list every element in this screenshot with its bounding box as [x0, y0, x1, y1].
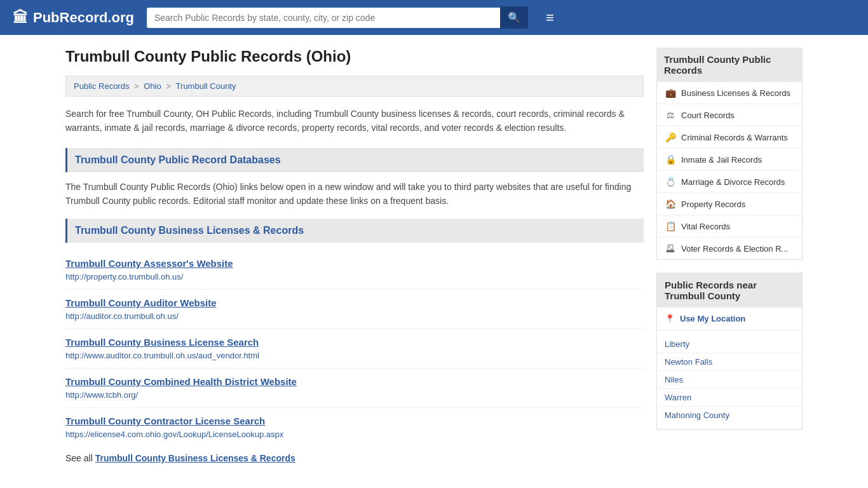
nav-label-1: Court Records	[681, 111, 735, 120]
record-entry: Trumbull County Business License Search …	[65, 329, 644, 369]
nav-icon-4: 💍	[665, 177, 676, 187]
logo-icon: 🏛	[13, 9, 28, 27]
nearby-location-1[interactable]: Newton Falls	[657, 353, 802, 371]
page-title: Trumbull County Public Records (Ohio)	[65, 48, 644, 65]
main-container: Trumbull County Public Records (Ohio) Pu…	[53, 35, 815, 476]
sidebar-item-5[interactable]: 🏠Property Records	[657, 193, 802, 215]
menu-button[interactable]: ≡	[546, 10, 554, 26]
sidebar-nearby-title: Public Records near Trumbull County	[657, 273, 802, 308]
nav-label-4: Marriage & Divorce Records	[681, 177, 785, 187]
sidebar-nav: 💼Business Licenses & Records⚖Court Recor…	[656, 82, 803, 260]
record-entry: Trumbull County Assessor's Website http:…	[65, 250, 644, 290]
nav-label-0: Business Licenses & Records	[681, 88, 790, 98]
nav-icon-6: 📋	[665, 221, 676, 231]
content-area: Trumbull County Public Records (Ohio) Pu…	[65, 48, 644, 463]
record-title[interactable]: Trumbull County Assessor's Website	[65, 258, 644, 269]
record-title[interactable]: Trumbull County Combined Health District…	[65, 376, 644, 387]
nearby-location-2[interactable]: Niles	[657, 371, 802, 389]
nav-icon-1: ⚖	[665, 110, 676, 120]
nearby-location-0[interactable]: Liberty	[657, 336, 802, 353]
databases-description: The Trumbull County Public Records (Ohio…	[65, 180, 644, 208]
sidebar-item-0[interactable]: 💼Business Licenses & Records	[657, 82, 802, 104]
sidebar-item-3[interactable]: 🔒Inmate & Jail Records	[657, 149, 802, 171]
record-entry: Trumbull County Combined Health District…	[65, 369, 644, 408]
search-button[interactable]: 🔍	[500, 6, 528, 29]
search-bar: 🔍	[147, 6, 528, 29]
databases-section-header: Trumbull County Public Record Databases	[65, 148, 644, 172]
sidebar-item-7[interactable]: 🗳Voter Records & Election R...	[657, 238, 802, 259]
record-title[interactable]: Trumbull County Contractor License Searc…	[65, 416, 644, 426]
breadcrumb-sep-2: >	[166, 81, 173, 91]
sidebar-item-6[interactable]: 📋Vital Records	[657, 215, 802, 238]
business-section-header: Trumbull County Business Licenses & Reco…	[65, 219, 644, 243]
logo[interactable]: 🏛 PubRecord.org	[13, 9, 134, 27]
site-header: 🏛 PubRecord.org 🔍 ≡	[0, 0, 868, 35]
nav-label-2: Criminal Records & Warrants	[681, 133, 788, 142]
record-title[interactable]: Trumbull County Auditor Website	[65, 297, 644, 308]
record-url[interactable]: http://auditor.co.trumbull.oh.us/	[65, 311, 179, 321]
record-url[interactable]: https://elicense4.com.ohio.gov/Lookup/Li…	[65, 430, 283, 439]
see-all-link[interactable]: Trumbull County Business Licenses & Reco…	[95, 453, 295, 463]
record-title[interactable]: Trumbull County Business License Search	[65, 337, 644, 348]
breadcrumb-public-records[interactable]: Public Records	[74, 81, 129, 91]
nav-label-5: Property Records	[681, 200, 745, 209]
nearby-location-3[interactable]: Warren	[657, 389, 802, 407]
sidebar-county-title: Trumbull County Public Records	[656, 48, 803, 82]
nearby-location-list: LibertyNewton FallsNilesWarrenMahoning C…	[657, 330, 802, 429]
search-icon: 🔍	[508, 12, 520, 23]
sidebar-item-2[interactable]: 🔑Criminal Records & Warrants	[657, 126, 802, 149]
record-url[interactable]: http://property.co.trumbull.oh.us/	[65, 272, 183, 281]
sidebar-county-records: Trumbull County Public Records 💼Business…	[656, 48, 803, 260]
sidebar: Trumbull County Public Records 💼Business…	[656, 48, 803, 463]
nav-icon-5: 🏠	[665, 199, 676, 209]
nav-label-7: Voter Records & Election R...	[681, 244, 788, 254]
use-location-label: Use My Location	[680, 314, 745, 323]
nav-icon-7: 🗳	[665, 243, 676, 254]
business-records-list: Trumbull County Assessor's Website http:…	[65, 250, 644, 447]
location-pin-icon: 📍	[665, 314, 675, 323]
nav-label-3: Inmate & Jail Records	[681, 155, 762, 165]
breadcrumb-sep-1: >	[134, 81, 141, 91]
menu-icon: ≡	[546, 10, 554, 25]
nav-icon-0: 💼	[665, 88, 676, 98]
sidebar-item-4[interactable]: 💍Marriage & Divorce Records	[657, 171, 802, 193]
nav-icon-3: 🔒	[665, 154, 676, 165]
breadcrumb-trumbull[interactable]: Trumbull County	[176, 81, 236, 91]
see-all-text: See all Trumbull County Business License…	[65, 453, 644, 463]
sidebar-nearby: Public Records near Trumbull County 📍 Us…	[656, 273, 803, 430]
record-entry: Trumbull County Contractor License Searc…	[65, 408, 644, 447]
record-url[interactable]: http://www.auditor.co.trumbull.oh.us/aud…	[65, 351, 259, 360]
sidebar-item-1[interactable]: ⚖Court Records	[657, 104, 802, 126]
breadcrumb: Public Records > Ohio > Trumbull County	[65, 76, 644, 97]
logo-text: PubRecord.org	[33, 10, 134, 26]
search-input[interactable]	[147, 8, 500, 28]
record-url[interactable]: http://www.tcbh.org/	[65, 390, 138, 400]
record-entry: Trumbull County Auditor Website http://a…	[65, 290, 644, 329]
nav-label-6: Vital Records	[681, 222, 730, 231]
page-description: Search for free Trumbull County, OH Publ…	[65, 107, 644, 135]
use-my-location[interactable]: 📍 Use My Location	[657, 308, 802, 330]
nearby-location-4[interactable]: Mahoning County	[657, 407, 802, 424]
nav-icon-2: 🔑	[665, 132, 676, 142]
breadcrumb-ohio[interactable]: Ohio	[144, 81, 161, 91]
